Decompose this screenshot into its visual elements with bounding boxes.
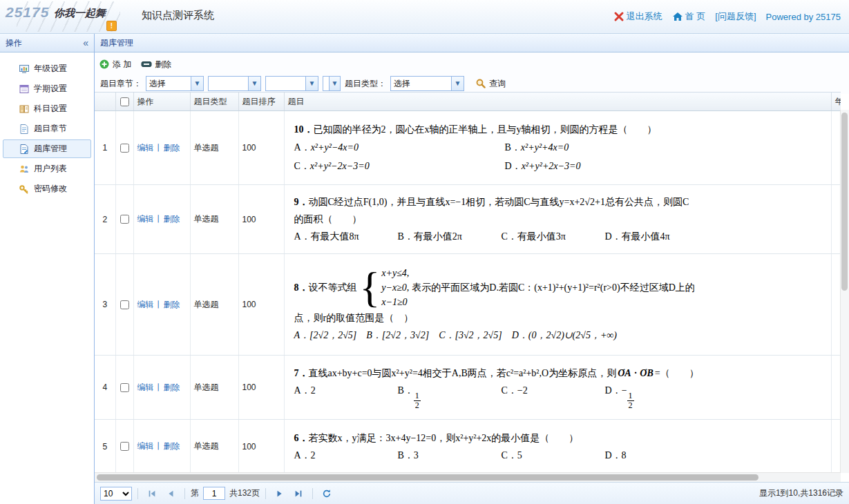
question-options: A．2 B．3 C．5 D．8 [294, 447, 821, 464]
add-icon [99, 59, 110, 70]
delete-link[interactable]: 删除 [164, 441, 180, 451]
order-column-header: 题目排序 [238, 93, 284, 111]
powered-by: Powered by 25175 [766, 12, 841, 22]
row-operations: 编辑丨删除 [133, 420, 190, 474]
sidebar-header: 操作 « [0, 34, 94, 52]
row-operations: 编辑丨删除 [133, 111, 190, 185]
grade-cell [831, 356, 841, 420]
type-filter-label: 题目类型： [345, 78, 386, 90]
horizontal-scrollbar-thumb[interactable] [97, 474, 759, 481]
page-size-select[interactable]: 10 [100, 487, 132, 501]
calendar-icon [19, 84, 30, 95]
app-header: 25175 你我一起舞 知识点测评系统 退出系统 首 页 [问题反馈] Powe… [0, 0, 849, 34]
red-x-icon [613, 11, 624, 22]
sidebar: 操作 « 年级设置 学期设置 科目设置 题目章节 [0, 34, 95, 504]
pager-next-button[interactable] [271, 485, 288, 502]
feedback-link[interactable]: [问题反馈] [715, 10, 756, 23]
pagination-bar: 10 第 共132页 显示1到10,共1316记录 [95, 482, 849, 504]
edit-link[interactable]: 编辑 [137, 382, 154, 392]
sidebar-item-grade-settings[interactable]: 年级设置 [3, 59, 91, 78]
last-page-icon [294, 489, 303, 498]
edit-link[interactable]: 编辑 [137, 300, 154, 309]
table-row: 2 编辑丨删除 单选题 100 9．动圆C经过点F(1,0)，并且与直线x=−1… [95, 185, 841, 254]
logo-text: 25175 [6, 4, 49, 21]
table-row: 5 编辑丨删除 单选题 100 6．若实数x，y满足：3x+4y−12=0，则x… [95, 420, 841, 474]
inequality-system: x+y≤4, y−x≥0, x−1≥0 [381, 266, 409, 309]
section-select[interactable]: ▼ [208, 76, 261, 91]
question-order-cell: 100 [238, 254, 284, 356]
delete-link[interactable]: 删除 [164, 214, 180, 224]
type-column-header: 题目类型 [190, 93, 238, 111]
edit-link[interactable]: 编辑 [137, 214, 154, 224]
first-page-icon [147, 489, 157, 498]
question-options: A．2 B．12 C．−2 D．−12 [294, 382, 821, 409]
page-number-input[interactable] [203, 487, 225, 500]
select-all-checkbox[interactable] [120, 97, 129, 106]
pager-prev-button[interactable] [162, 485, 179, 502]
vertical-scrollbar[interactable] [840, 110, 849, 473]
row-operations: 编辑丨删除 [133, 254, 190, 356]
key-icon [19, 184, 30, 195]
row-checkbox[interactable] [120, 383, 129, 392]
question-type-cell: 单选题 [190, 111, 238, 185]
chevron-down-icon[interactable]: ▼ [305, 77, 318, 90]
chevron-down-icon[interactable]: ▼ [329, 77, 340, 90]
row-checkbox[interactable] [120, 442, 129, 451]
row-index: 5 [95, 420, 115, 474]
row-checkbox[interactable] [120, 144, 129, 153]
mini-select[interactable]: ▼ [323, 76, 341, 91]
refresh-icon [322, 489, 332, 498]
users-icon [19, 164, 30, 175]
pager-refresh-button[interactable] [318, 485, 335, 502]
sidebar-item-label: 题目章节 [34, 123, 67, 135]
delete-link[interactable]: 删除 [164, 300, 180, 309]
question-content: 9．动圆C经过点F(1,0)，并且与直线x=−1相切，若动圆C与直线y=x+2√… [284, 185, 831, 254]
edit-link[interactable]: 编辑 [137, 441, 154, 451]
panel-title: 题库管理 [95, 34, 849, 52]
pager-last-button[interactable] [290, 485, 307, 502]
chapter-select[interactable]: 选择 ▼ [146, 76, 204, 91]
home-link[interactable]: 首 页 [672, 10, 706, 23]
question-content: 8．设不等式组 { x+y≤4, y−x≥0, x−1≥0 表示的平面区域为D.… [284, 254, 831, 356]
collapse-sidebar-button[interactable]: « [83, 38, 88, 48]
sidebar-item-change-password[interactable]: 密码修改 [3, 180, 91, 198]
row-checkbox[interactable] [120, 215, 129, 224]
chevron-down-icon[interactable]: ▼ [191, 77, 203, 90]
sidebar-item-question-bank[interactable]: 题库管理 [3, 139, 91, 158]
sidebar-item-question-chapters[interactable]: 题目章节 [3, 119, 91, 138]
total-pages-label: 共132页 [229, 487, 260, 499]
search-button[interactable]: 查询 [475, 78, 506, 90]
sidebar-item-label: 用户列表 [34, 163, 67, 175]
add-button[interactable]: 添 加 [99, 59, 131, 70]
subsection-select[interactable]: ▼ [265, 76, 318, 91]
chevron-down-icon[interactable]: ▼ [451, 77, 464, 90]
row-index: 3 [95, 254, 115, 356]
logout-link[interactable]: 退出系统 [613, 10, 662, 23]
type-select[interactable]: 选择 ▼ [390, 76, 464, 91]
row-index: 1 [95, 111, 115, 185]
row-operations: 编辑丨删除 [133, 185, 190, 254]
edit-link[interactable]: 编辑 [137, 143, 154, 153]
app-window: 25175 你我一起舞 知识点测评系统 退出系统 首 页 [问题反馈] Powe… [0, 0, 849, 504]
home-icon [672, 11, 683, 22]
question-type-cell: 单选题 [190, 254, 238, 356]
filter-bar: 题目章节： 选择 ▼ ▼ ▼ ▼ 题目类型： [95, 73, 849, 94]
horizontal-scrollbar[interactable] [95, 472, 841, 482]
delete-link[interactable]: 删除 [164, 382, 180, 392]
delete-link[interactable]: 删除 [164, 143, 180, 153]
row-checkbox[interactable] [120, 300, 129, 309]
sidebar-item-subject-settings[interactable]: 科目设置 [3, 99, 91, 118]
sidebar-item-user-list[interactable]: 用户列表 [3, 159, 91, 178]
prev-page-icon [166, 489, 175, 498]
chevron-down-icon[interactable]: ▼ [248, 77, 260, 90]
sidebar-item-semester-settings[interactable]: 学期设置 [3, 79, 91, 98]
grid-toolbar: 添 加 删除 [95, 52, 849, 73]
pager-first-button[interactable] [144, 485, 160, 502]
question-content: 6．若实数x，y满足：3x+4y−12=0，则x²+y²+2x的最小值是（ ） … [284, 420, 831, 474]
row-index: 2 [95, 185, 115, 254]
table-row: 3 编辑丨删除 单选题 100 8．设不等式组 [95, 254, 841, 356]
delete-button[interactable]: 删除 [141, 59, 171, 70]
vertical-scrollbar-thumb[interactable] [841, 113, 848, 291]
page-prefix-label: 第 [191, 487, 199, 499]
main-panel: 题库管理 添 加 删除 题目章节： 选择 ▼ [95, 34, 849, 504]
